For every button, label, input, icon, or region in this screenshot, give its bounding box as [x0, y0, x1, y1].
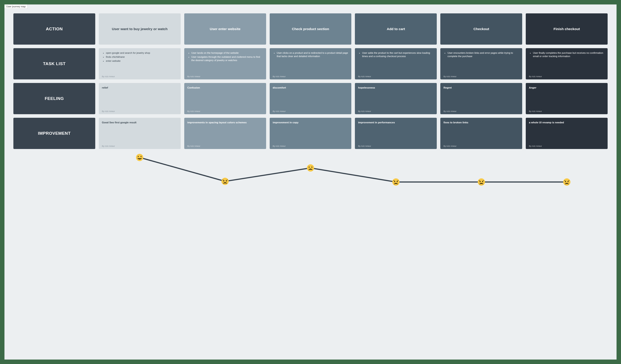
- svg-point-0: [136, 154, 143, 161]
- improvement-card-4: fixes to broken links By Aziz Ameur: [440, 118, 522, 149]
- improvement-text: improvements in spacing layout colors sc…: [187, 121, 263, 124]
- feeling-text: discomfort: [273, 86, 348, 90]
- task-item: open google and search for jewelry shop: [106, 51, 178, 55]
- author-byline: By Aziz Ameur: [358, 110, 371, 112]
- angry-emoji-icon: [392, 178, 400, 186]
- smile-emoji-icon: [136, 154, 144, 161]
- row-label-text: FEELING: [45, 96, 64, 101]
- task-card-4: User encounters broken links and error p…: [440, 48, 522, 79]
- author-byline: By Aziz Ameur: [102, 75, 115, 78]
- task-list: User encounters broken links and error p…: [443, 51, 519, 58]
- task-card-3: User adds the product to the cart but ex…: [355, 48, 437, 79]
- author-byline: By Aziz Ameur: [187, 110, 200, 112]
- svg-point-8: [311, 167, 312, 168]
- svg-point-1: [138, 156, 139, 157]
- action-title: Finish checkout: [554, 27, 580, 31]
- document-tab[interactable]: User journey map: [4, 4, 28, 9]
- task-item: User clicks on a product and is redirect…: [277, 51, 348, 58]
- improvement-text: improvement in copy: [273, 121, 348, 124]
- row-label-task: TASK LIST: [13, 48, 95, 79]
- svg-point-3: [222, 178, 229, 185]
- improvement-card-5: a whole UI revamp is needed By Aziz Ameu…: [526, 118, 608, 149]
- improvement-text: a whole UI revamp is needed: [529, 121, 604, 124]
- improvement-card-3: improvement in performances By Aziz Ameu…: [355, 118, 437, 149]
- author-byline: By Aziz Ameur: [443, 110, 456, 112]
- angry-emoji-icon: [563, 178, 571, 186]
- row-label-text: IMPROVEMENT: [38, 131, 71, 136]
- author-byline: By Aziz Ameur: [529, 145, 542, 147]
- author-byline: By Aziz Ameur: [187, 75, 200, 78]
- svg-point-11: [397, 181, 398, 182]
- svg-point-7: [309, 167, 310, 168]
- action-header-3: Add to cart: [355, 13, 437, 45]
- task-card-2: User clicks on a product and is redirect…: [270, 48, 352, 79]
- svg-point-14: [482, 181, 483, 182]
- task-item: User navigates through the outdated and …: [191, 55, 263, 62]
- feeling-card-1: Confusion By Aziz Ameur: [184, 83, 266, 114]
- action-header-5: Finish checkout: [526, 13, 608, 45]
- svg-point-17: [568, 181, 568, 182]
- task-item: User lands on the homepage of the websit…: [191, 51, 263, 55]
- author-byline: By Aziz Ameur: [273, 145, 286, 147]
- improvement-card-0: Good Seo first google result By Aziz Ame…: [99, 118, 181, 149]
- author-byline: By Aziz Ameur: [443, 145, 456, 147]
- improvement-card-2: improvement in copy By Aziz Ameur: [270, 118, 352, 149]
- task-item: User finally completes the purchase but …: [533, 51, 604, 58]
- action-title: User enter website: [210, 27, 241, 31]
- author-byline: By Aziz Ameur: [187, 145, 200, 147]
- frown-emoji-icon: [307, 164, 314, 172]
- journey-grid: ACTIONUser want to buy jewelry or watchU…: [13, 13, 608, 149]
- feeling-text: hopelessness: [358, 86, 434, 90]
- task-list: User clicks on a product and is redirect…: [273, 51, 348, 58]
- task-list: User adds the product to the cart but ex…: [358, 51, 434, 58]
- task-item: enter website: [106, 59, 178, 63]
- author-byline: By Aziz Ameur: [529, 75, 542, 78]
- author-byline: By Aziz Ameur: [273, 110, 286, 112]
- author-byline: By Aziz Ameur: [102, 110, 115, 112]
- action-header-0: User want to buy jewelry or watch: [99, 13, 181, 45]
- improvement-text: Good Seo first google result: [102, 121, 178, 124]
- svg-point-9: [392, 178, 399, 186]
- journey-map-canvas: User journey map ACTIONUser want to buy …: [4, 4, 617, 360]
- feeling-card-5: Anger By Aziz Ameur: [526, 83, 608, 114]
- emotion-chart: [13, 151, 608, 189]
- feeling-text: Confusion: [187, 86, 263, 90]
- feeling-text: Regret: [443, 86, 519, 90]
- action-title: Add to cart: [387, 27, 405, 31]
- svg-point-2: [140, 156, 142, 157]
- feeling-card-3: hopelessness By Aziz Ameur: [355, 83, 437, 114]
- row-label-text: TASK LIST: [43, 61, 66, 66]
- task-item: User adds the product to the cart but ex…: [362, 51, 434, 58]
- author-byline: By Aziz Ameur: [358, 145, 371, 147]
- task-list: User lands on the homepage of the websit…: [187, 51, 263, 62]
- task-item: User encounters broken links and error p…: [448, 51, 519, 58]
- svg-point-12: [478, 178, 485, 186]
- action-title: Check product section: [292, 27, 329, 31]
- improvement-text: fixes to broken links: [443, 121, 519, 124]
- feeling-text: Anger: [529, 86, 604, 90]
- row-label-action: ACTION: [13, 13, 95, 45]
- task-item: finds chichikhane: [106, 55, 178, 59]
- author-byline: By Aziz Ameur: [273, 75, 286, 78]
- svg-point-13: [480, 181, 481, 182]
- angry-emoji-icon: [221, 177, 229, 185]
- action-header-2: Check product section: [270, 13, 352, 45]
- improvement-card-1: improvements in spacing layout colors sc…: [184, 118, 266, 149]
- svg-point-6: [307, 164, 314, 172]
- author-byline: By Aziz Ameur: [358, 75, 371, 78]
- feeling-card-0: relief By Aziz Ameur: [99, 83, 181, 114]
- author-byline: By Aziz Ameur: [102, 145, 115, 147]
- svg-point-4: [223, 181, 224, 182]
- task-card-1: User lands on the homepage of the websit…: [184, 48, 266, 79]
- action-header-4: Checkout: [440, 13, 522, 45]
- action-title: User want to buy jewelry or watch: [112, 27, 168, 31]
- row-label-improvement: IMPROVEMENT: [13, 118, 95, 149]
- task-list: open google and search for jewelry shopf…: [102, 51, 178, 63]
- feeling-card-4: Regret By Aziz Ameur: [440, 83, 522, 114]
- task-list: User finally completes the purchase but …: [529, 51, 604, 58]
- action-header-1: User enter website: [184, 13, 266, 45]
- svg-point-16: [565, 181, 566, 182]
- improvement-text: improvement in performances: [358, 121, 434, 124]
- feeling-card-2: discomfort By Aziz Ameur: [270, 83, 352, 114]
- angry-emoji-icon: [477, 178, 485, 186]
